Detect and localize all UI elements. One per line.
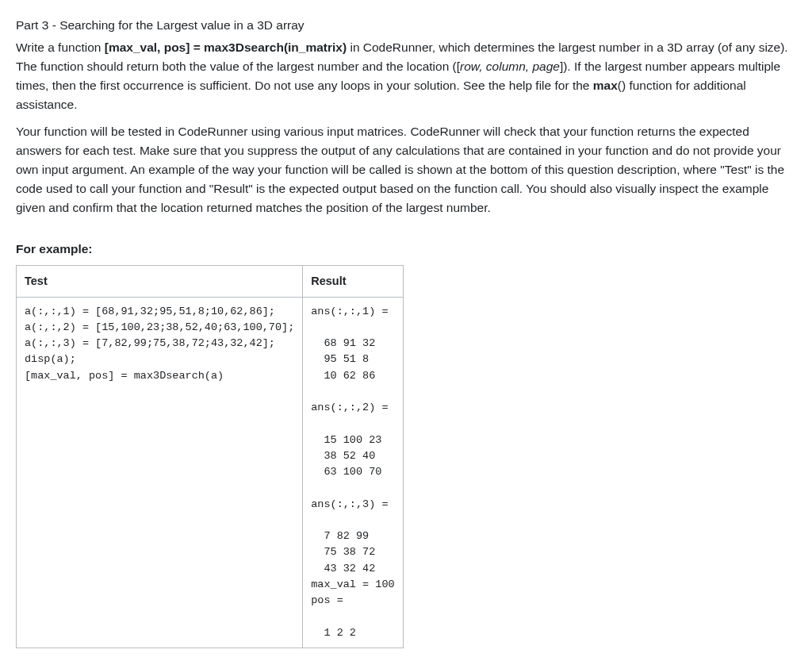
example-label: For example: — [16, 240, 796, 259]
location-format: row, column, page — [460, 60, 560, 73]
table-row: a(:,:,1) = [68,91,32;95,51,8;10,62,86]; … — [17, 297, 404, 648]
part-title: Part 3 - Searching for the Largest value… — [16, 16, 796, 35]
function-signature: [max_val, pos] = max3Dsearch(in_matrix) — [105, 40, 347, 54]
table-header-row: Test Result — [17, 266, 404, 297]
result-cell: ans(:,:,1) = 68 91 32 95 51 8 10 62 86 a… — [303, 297, 403, 648]
max-keyword: max — [593, 79, 618, 92]
intro-paragraph: Write a function [max_val, pos] = max3Ds… — [16, 38, 796, 114]
example-table: Test Result a(:,:,1) = [68,91,32;95,51,8… — [16, 265, 404, 648]
test-code-cell: a(:,:,1) = [68,91,32;95,51,8;10,62,86]; … — [17, 297, 303, 648]
header-test: Test — [17, 266, 303, 297]
intro-prefix: Write a function — [16, 40, 105, 54]
testing-paragraph: Your function will be tested in CodeRunn… — [16, 122, 796, 217]
header-result: Result — [303, 266, 403, 297]
